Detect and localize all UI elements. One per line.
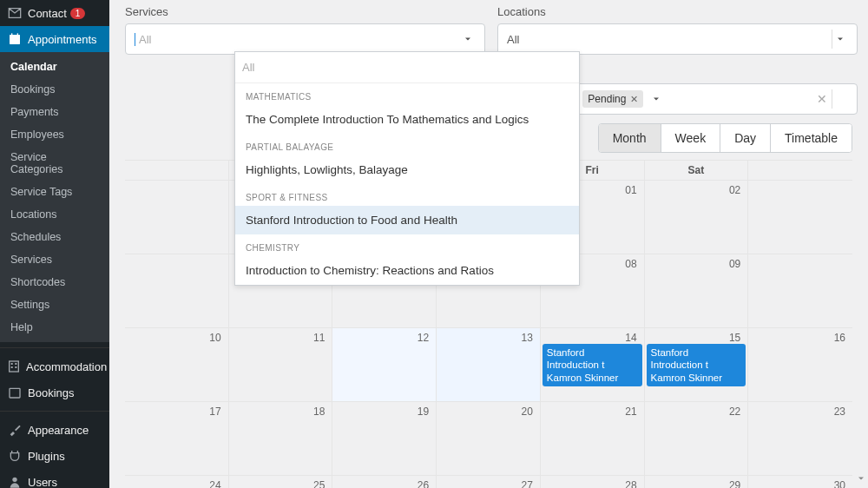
sub-shortcodes[interactable]: Shortcodes — [0, 271, 109, 293]
mail-icon — [7, 5, 23, 21]
calendar-cell[interactable]: 15Stanford Introduction tKamron Skinner — [645, 328, 749, 402]
day-number: 29 — [729, 479, 740, 488]
dropdown-item[interactable]: The Complete Introduction To Mathematics… — [235, 105, 579, 134]
calendar-cell[interactable]: 10 — [125, 328, 229, 402]
services-select[interactable]: All — [125, 23, 485, 55]
calendar-cell[interactable]: 17 — [125, 402, 229, 476]
calendar-cell[interactable]: 29 — [645, 476, 749, 488]
sub-service-categories[interactable]: Service Categories — [0, 146, 109, 181]
calendar-event[interactable]: Stanford Introduction tKamron Skinner — [647, 344, 746, 386]
calendar-cell[interactable]: 14Stanford Introduction tKamron Skinner — [541, 328, 645, 402]
sidebar-item-accommodation[interactable]: Accommodation — [0, 353, 109, 379]
calendar-cell[interactable]: 24 — [125, 476, 229, 488]
day-number: 23 — [834, 406, 845, 418]
locations-label: Locations — [497, 2, 858, 23]
calendar-cell[interactable]: 23 — [748, 402, 852, 476]
calendar-cell[interactable]: 12 — [332, 328, 437, 402]
weekday-header — [748, 161, 852, 180]
day-number: 24 — [209, 479, 220, 488]
day-number: 14 — [625, 332, 636, 344]
sidebar-item-contact[interactable]: Contact 1 — [0, 0, 109, 26]
calendar-event[interactable]: Stanford Introduction tKamron Skinner — [542, 344, 642, 386]
calendar-cell[interactable]: 13 — [437, 328, 541, 402]
dropdown-group-header: CHEMISTRY — [235, 234, 579, 256]
view-month[interactable]: Month — [599, 124, 661, 152]
view-week[interactable]: Week — [661, 124, 721, 152]
calendar2-icon — [7, 385, 23, 400]
dropdown-group-header: MATHEMATICS — [235, 83, 579, 105]
day-number: 13 — [521, 332, 532, 344]
sub-service-tags[interactable]: Service Tags — [0, 181, 109, 203]
calendar-cell[interactable]: 25 — [229, 476, 333, 488]
calendar-cell[interactable]: 26 — [332, 476, 437, 488]
sidebar-label: Appearance — [28, 424, 89, 437]
sub-services[interactable]: Services — [0, 248, 109, 271]
calendar-icon — [7, 31, 23, 47]
sub-settings[interactable]: Settings — [0, 293, 109, 316]
view-toggle: Month Week Day Timetable — [598, 123, 852, 153]
svg-rect-7 — [11, 366, 13, 368]
calendar-cell[interactable]: 20 — [437, 402, 541, 476]
sub-calendar[interactable]: Calendar — [0, 56, 109, 78]
dropdown-list[interactable]: MATHEMATICSThe Complete Introduction To … — [235, 83, 579, 285]
sidebar-label: Bookings — [28, 386, 74, 399]
calendar-cell[interactable]: 22 — [645, 402, 749, 476]
calendar-cell[interactable]: 16 — [748, 328, 852, 402]
sub-employees[interactable]: Employees — [0, 123, 109, 146]
sub-payments[interactable]: Payments — [0, 101, 109, 123]
calendar-cell[interactable]: 11 — [229, 328, 333, 402]
chevron-down-icon[interactable] — [460, 31, 476, 47]
sidebar-item-plugins[interactable]: Plugins — [0, 443, 109, 469]
view-day[interactable]: Day — [720, 124, 771, 152]
calendar-cell[interactable]: 19 — [332, 402, 437, 476]
sidebar-label: Plugins — [28, 450, 65, 463]
dropdown-search[interactable] — [235, 52, 579, 83]
calendar-cell[interactable] — [125, 254, 229, 328]
day-number: 18 — [313, 406, 325, 418]
calendar-cell[interactable]: 21 — [541, 402, 645, 476]
dropdown-item[interactable]: Stanford Introduction to Food and Health — [235, 206, 579, 234]
sidebar-label: Accommodation — [26, 360, 107, 373]
sidebar-item-bookings2[interactable]: Bookings — [0, 379, 109, 406]
svg-rect-4 — [10, 361, 19, 372]
calendar-cell[interactable]: 02 — [645, 181, 749, 254]
sidebar-item-users[interactable]: Users — [0, 469, 109, 488]
sub-bookings[interactable]: Bookings — [0, 78, 109, 101]
sub-locations[interactable]: Locations — [0, 203, 109, 226]
locations-select[interactable]: All — [497, 23, 858, 55]
calendar-cell[interactable]: 28 — [541, 476, 645, 488]
remove-tag-icon[interactable]: ✕ — [630, 94, 638, 105]
calendar-cell[interactable]: 09 — [645, 254, 749, 328]
calendar-cell[interactable]: 30 — [748, 476, 852, 488]
dropdown-item[interactable]: Introduction to Chemistry: Reactions and… — [235, 256, 579, 285]
svg-rect-8 — [15, 366, 16, 368]
view-timetable[interactable]: Timetable — [771, 124, 852, 152]
day-number: 01 — [625, 184, 636, 196]
sub-schedules[interactable]: Schedules — [0, 226, 109, 248]
dropdown-item[interactable]: Highlights, Lowlights, Balayage — [235, 155, 579, 184]
services-dropdown: MATHEMATICSThe Complete Introduction To … — [234, 51, 580, 286]
day-number: 28 — [625, 479, 636, 488]
svg-rect-9 — [10, 388, 20, 398]
calendar-cell[interactable] — [125, 181, 229, 254]
chevron-down-icon[interactable] — [832, 31, 848, 47]
calendar-cell[interactable] — [748, 181, 852, 254]
day-number: 02 — [729, 184, 740, 196]
sidebar-label: Users — [28, 476, 57, 489]
contact-badge: 1 — [70, 8, 86, 19]
sidebar-item-appointments[interactable]: Appointments — [0, 26, 109, 52]
clear-statuses-icon[interactable]: ✕ — [817, 92, 827, 106]
sub-help[interactable]: Help — [0, 316, 109, 339]
day-number: 21 — [625, 406, 636, 418]
calendar-cell[interactable] — [748, 254, 852, 328]
svg-rect-5 — [11, 363, 13, 365]
chevron-down-icon[interactable] — [648, 91, 664, 107]
sidebar-item-appearance[interactable]: Appearance — [0, 417, 109, 443]
dropdown-search-input[interactable] — [242, 61, 572, 74]
calendar-cell[interactable]: 18 — [229, 402, 333, 476]
admin-sidebar: Contact 1 Appointments Calendar Bookings… — [0, 0, 109, 488]
calendar-cell[interactable]: 27 — [437, 476, 541, 488]
weekday-header: Sat — [645, 161, 749, 180]
scroll-down-icon[interactable] — [856, 473, 866, 486]
dropdown-group-header: PARTIAL BALAYAGE — [235, 134, 579, 155]
